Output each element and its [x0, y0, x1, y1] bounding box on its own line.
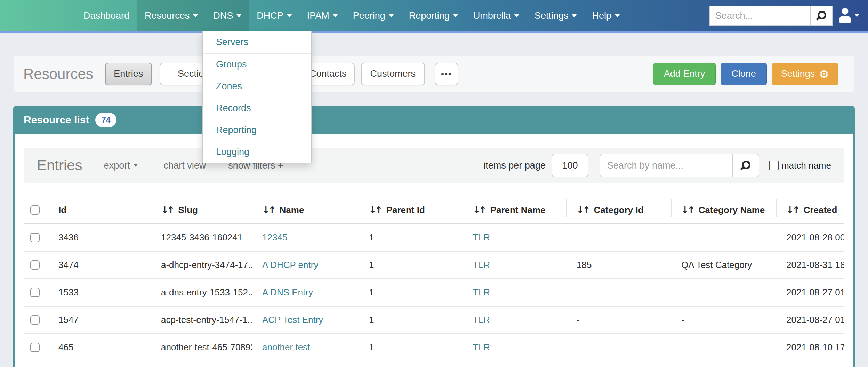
column-header-label: Parent Id	[386, 205, 425, 215]
column-header-label: Parent Name	[490, 205, 546, 215]
sort-icon: ↓↑	[161, 205, 175, 215]
cell-created: 2021-08-28 00	[776, 232, 844, 243]
entry-name-link[interactable]: 12345	[262, 232, 287, 243]
nav-item-help[interactable]: Help	[584, 0, 627, 31]
nav-item-label: Reporting	[409, 10, 450, 21]
cell-parent-id: 1	[359, 287, 463, 298]
column-header-label: Name	[280, 205, 304, 215]
parent-name-link[interactable]: TLR	[473, 287, 490, 297]
nav-item-label: Resources	[145, 10, 190, 21]
dns-menu-item-groups[interactable]: Groups	[203, 53, 311, 75]
row-select-cell	[24, 307, 48, 333]
tab-entries[interactable]: Entries	[105, 63, 152, 85]
nav-item-ipam[interactable]: IPAM	[299, 0, 345, 31]
chevron-down-icon	[193, 14, 198, 17]
nav-item-label: Peering	[353, 10, 385, 21]
entry-name-link[interactable]: another test	[262, 342, 310, 352]
entry-name-link[interactable]: A DNS Entry	[262, 287, 313, 297]
export-label: export	[104, 160, 130, 171]
parent-name-link[interactable]: TLR	[473, 315, 490, 325]
nav-menu: DashboardResourcesDNSDHCPIPAMPeeringRepo…	[76, 0, 627, 31]
dns-menu-item-zones[interactable]: Zones	[203, 75, 311, 97]
chevron-down-icon	[333, 14, 338, 17]
add-entry-button[interactable]: Add Entry	[653, 63, 716, 85]
search-by-name-input[interactable]	[600, 154, 732, 177]
row-checkbox[interactable]	[30, 288, 40, 297]
page-header-bar: Resources EntriesSectionsContactsCustome…	[14, 56, 854, 92]
cell-slug: another-test-465-70893	[151, 342, 252, 353]
entry-name-link[interactable]: ACP Test Entry	[262, 315, 323, 325]
row-checkbox[interactable]	[30, 233, 40, 242]
select-all-checkbox[interactable]	[30, 205, 40, 215]
parent-name-link[interactable]: TLR	[473, 260, 490, 270]
cell-category-id: -	[566, 342, 671, 353]
tab-customers[interactable]: Customers	[361, 63, 425, 85]
column-header-name[interactable]: ↓↑Name	[252, 196, 359, 223]
dns-menu-item-logging[interactable]: Logging	[203, 141, 311, 163]
nav-item-dns[interactable]: DNS	[206, 0, 249, 31]
nav-item-peering[interactable]: Peering	[345, 0, 401, 31]
column-header-label: Slug	[178, 205, 198, 215]
search-by-name-button[interactable]	[732, 154, 759, 177]
column-header-category-name[interactable]: ↓↑Category Name	[671, 196, 776, 223]
dns-menu-item-records[interactable]: Records	[203, 97, 311, 119]
sort-icon: ↓↑	[369, 205, 383, 215]
cell-category-name: -	[671, 342, 776, 353]
row-checkbox[interactable]	[30, 315, 40, 325]
chart-view-link[interactable]: chart view	[164, 160, 206, 171]
cell-created: 2021-08-31 18	[776, 260, 844, 270]
dns-menu-item-servers[interactable]: Servers	[203, 31, 311, 53]
match-name-checkbox[interactable]	[769, 161, 779, 170]
items-per-page-input[interactable]	[552, 154, 588, 177]
cell-category-name: -	[671, 315, 776, 325]
column-header-category-id[interactable]: ↓↑Category Id	[566, 196, 671, 223]
row-select-cell	[24, 224, 48, 251]
cell-parent-name: TLR	[463, 232, 566, 243]
column-header-created[interactable]: ↓↑Created	[776, 196, 844, 223]
dns-dropdown-menu: ServersGroupsZonesRecordsReportingLoggin…	[202, 31, 312, 163]
export-dropdown[interactable]: export	[104, 160, 138, 171]
match-name-toggle[interactable]: match name	[769, 160, 831, 171]
nav-item-settings[interactable]: Settings	[527, 0, 585, 31]
column-header-slug[interactable]: ↓↑Slug	[151, 196, 252, 223]
global-search-input[interactable]	[710, 10, 810, 21]
row-checkbox[interactable]	[30, 343, 40, 352]
clone-button[interactable]: Clone	[721, 63, 767, 85]
resource-list-panel: Resource list 74 Entries export chart vi…	[13, 106, 855, 367]
row-checkbox[interactable]	[30, 260, 40, 270]
entry-name-link[interactable]: A DHCP entry	[262, 260, 318, 270]
column-header-parent-name[interactable]: ↓↑Parent Name	[463, 196, 566, 223]
user-menu[interactable]	[838, 8, 859, 23]
cell-slug: a-dhcp-entry-3474-17...	[151, 260, 252, 270]
search-icon	[817, 11, 826, 21]
nav-item-reporting[interactable]: Reporting	[401, 0, 466, 31]
nav-item-label: Settings	[535, 10, 569, 21]
cell-slug: acp-test-entry-1547-1...	[151, 315, 252, 325]
more-tabs-button[interactable]: •••	[435, 63, 458, 85]
global-search	[709, 6, 833, 26]
nav-item-label: Dashboard	[83, 10, 129, 21]
nav-item-resources[interactable]: Resources	[137, 0, 206, 31]
nav-right	[709, 0, 868, 31]
nav-item-dhcp[interactable]: DHCP	[249, 0, 299, 31]
parent-name-link[interactable]: TLR	[473, 342, 490, 352]
cell-created: 2021-08-10 17	[776, 342, 844, 353]
table-search	[600, 154, 759, 177]
nav-item-umbrella[interactable]: Umbrella	[466, 0, 527, 31]
global-search-button[interactable]	[810, 6, 832, 25]
sort-icon: ↓↑	[681, 205, 695, 215]
parent-name-link[interactable]: TLR	[473, 232, 490, 243]
nav-item-dashboard[interactable]: Dashboard	[76, 0, 137, 31]
chevron-down-icon	[453, 14, 458, 17]
nav-item-label: Umbrella	[473, 10, 511, 21]
cell-parent-name: TLR	[463, 315, 566, 325]
column-header-parent-id[interactable]: ↓↑Parent Id	[359, 196, 463, 223]
nav-item-label: DHCP	[257, 10, 283, 21]
dns-menu-item-reporting[interactable]: Reporting	[203, 119, 311, 141]
nav-item-label: DNS	[213, 10, 233, 21]
gear-icon: ⚙	[819, 68, 829, 80]
settings-button[interactable]: Settings ⚙	[772, 63, 838, 85]
cell-parent-name: TLR	[463, 287, 566, 298]
table-row: 1533a-dns-entry-1533-152...A DNS Entry1T…	[24, 279, 844, 307]
entries-table: Id↓↑Slug↓↑Name↓↑Parent Id↓↑Parent Name↓↑…	[24, 196, 844, 361]
